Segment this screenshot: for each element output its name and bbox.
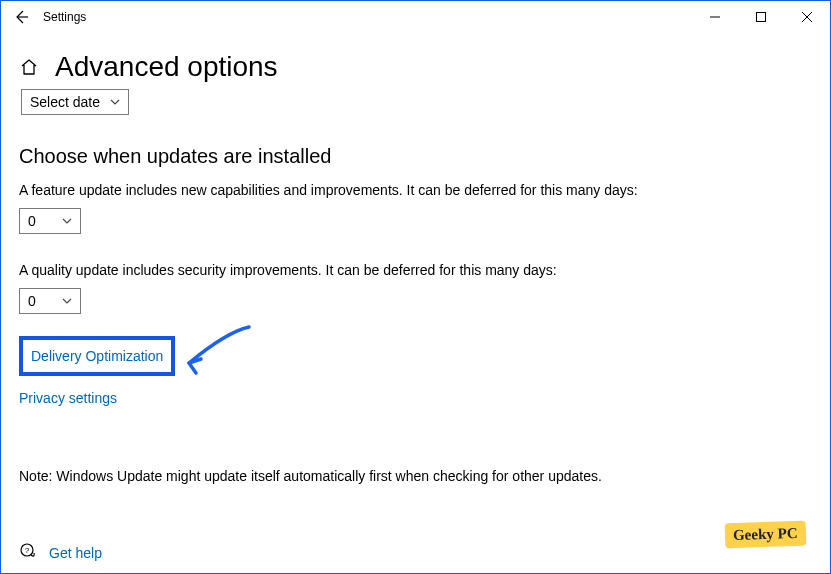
quality-defer-dropdown[interactable]: 0	[19, 288, 81, 314]
settings-window: Settings Advanced options Select date Ch	[0, 0, 831, 574]
chevron-down-icon	[62, 216, 72, 226]
chevron-down-icon	[110, 97, 120, 107]
delivery-optimization-highlight: Delivery Optimization	[19, 336, 175, 376]
back-button[interactable]	[13, 9, 29, 25]
get-help-row[interactable]: ? Get help	[19, 542, 102, 563]
watermark: Geeky PC	[725, 521, 806, 549]
help-icon: ?	[19, 542, 37, 563]
section-heading: Choose when updates are installed	[19, 145, 812, 168]
minimize-button[interactable]	[692, 1, 738, 33]
feature-defer-value: 0	[28, 213, 36, 229]
note-text: Note: Windows Update might update itself…	[19, 468, 812, 484]
titlebar-left: Settings	[1, 9, 86, 25]
feature-update-text: A feature update includes new capabiliti…	[19, 182, 812, 198]
feature-defer-dropdown[interactable]: 0	[19, 208, 81, 234]
close-button[interactable]	[784, 1, 830, 33]
chevron-down-icon	[62, 296, 72, 306]
svg-text:?: ?	[25, 546, 30, 555]
quality-update-text: A quality update includes security impro…	[19, 262, 812, 278]
titlebar: Settings	[1, 1, 830, 33]
window-controls	[692, 1, 830, 33]
select-date-label: Select date	[30, 94, 100, 110]
page-header: Advanced options	[19, 51, 812, 83]
home-icon[interactable]	[19, 57, 39, 77]
delivery-optimization-link[interactable]: Delivery Optimization	[31, 348, 163, 364]
svg-rect-0	[757, 13, 766, 22]
maximize-button[interactable]	[738, 1, 784, 33]
privacy-settings-link[interactable]: Privacy settings	[19, 390, 117, 406]
select-date-dropdown[interactable]: Select date	[21, 89, 129, 115]
page-title: Advanced options	[55, 51, 278, 83]
quality-defer-value: 0	[28, 293, 36, 309]
content-area: Advanced options Select date Choose when…	[1, 51, 830, 484]
window-title: Settings	[43, 10, 86, 24]
get-help-link: Get help	[49, 545, 102, 561]
